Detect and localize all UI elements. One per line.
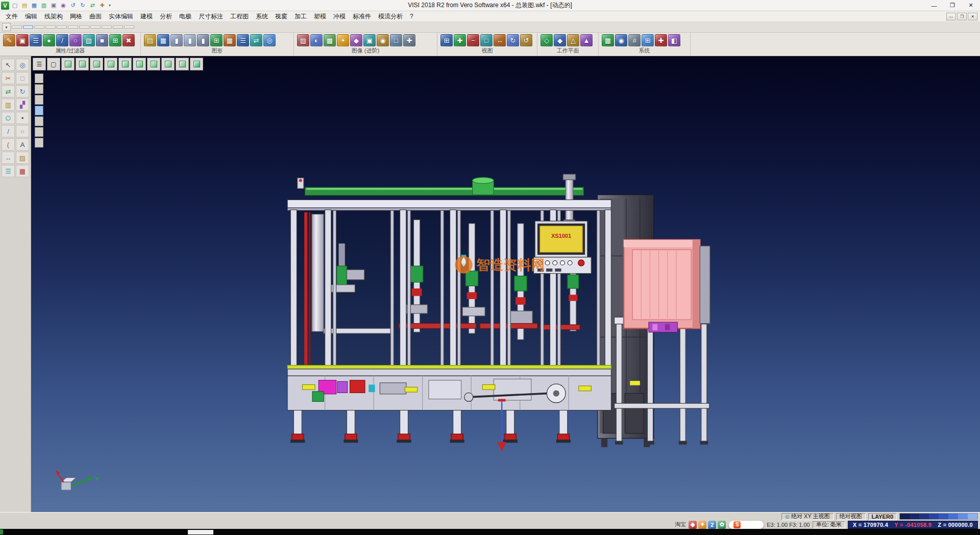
filter-clear-icon[interactable]: ✖ (122, 34, 135, 46)
ribbon-tab[interactable] (124, 26, 134, 29)
open-file-icon[interactable]: ▤ (20, 1, 29, 10)
bottom-view-icon[interactable] (147, 58, 160, 70)
menu-item[interactable]: ? (406, 12, 417, 21)
color-swatch[interactable] (919, 514, 929, 519)
menu-item[interactable]: 标准件 (349, 11, 375, 22)
menu-item[interactable]: 加工 (291, 11, 310, 22)
menu-item[interactable]: 视窗 (272, 11, 291, 22)
undo-icon[interactable]: ↺ (68, 1, 78, 10)
taskbar-app-sliver[interactable] (188, 530, 213, 534)
quick-slot-6[interactable] (35, 127, 43, 137)
child-restore-button[interactable]: ❐ (957, 13, 967, 20)
refresh-icon[interactable]: ⇄ (88, 1, 97, 10)
filter-surface-icon[interactable]: ▧ (83, 34, 95, 46)
quick-slot-7[interactable] (35, 138, 43, 148)
tray-label[interactable]: 淘宝 (675, 521, 686, 528)
menu-item[interactable]: 线架构 (41, 11, 66, 22)
attr-layer-icon[interactable]: ☰ (30, 34, 42, 46)
menu-item[interactable]: 网格 (66, 11, 86, 22)
iso-view-icon[interactable] (61, 58, 75, 70)
redo-icon[interactable]: ↻ (78, 1, 87, 10)
graphic-save-icon[interactable]: ▦ (157, 34, 169, 46)
zoom-window-icon[interactable]: □ (480, 34, 493, 46)
quick-slot-3[interactable] (35, 95, 43, 105)
ribbon-tab[interactable] (23, 26, 33, 29)
tray-icon-blue[interactable]: 2 (708, 521, 716, 529)
sys-palette-icon[interactable]: ▦ (602, 34, 614, 46)
right-view-icon[interactable] (118, 58, 132, 70)
ribbon-tab[interactable] (34, 26, 44, 29)
tray-icon-red[interactable]: ◆ (689, 521, 697, 529)
zoom-fit-icon[interactable]: ⊞ (440, 34, 453, 46)
menu-item[interactable]: 系统 (252, 11, 272, 22)
color-swatch[interactable] (929, 514, 939, 519)
attr-pen-icon[interactable]: ✎ (3, 34, 15, 46)
snapshot-icon[interactable]: ▣ (363, 34, 376, 46)
new-file-icon[interactable]: ▢ (10, 1, 19, 10)
material-icon[interactable]: ◆ (350, 34, 362, 46)
view-menu-icon[interactable]: ☰ (33, 58, 46, 70)
ribbon-tab[interactable] (113, 26, 123, 29)
tray-icon-green[interactable]: ✿ (718, 521, 726, 529)
move-icon[interactable]: ⇄ (2, 85, 15, 98)
render-settings-icon[interactable]: ✚ (403, 34, 415, 46)
measure-icon[interactable]: ∅ (2, 112, 15, 124)
color-swatch[interactable] (968, 514, 977, 519)
graphic-link-icon[interactable]: ⇄ (250, 34, 262, 46)
graphic-list-icon[interactable]: ☰ (237, 34, 249, 46)
menu-item[interactable]: 建模 (137, 11, 156, 22)
options-icon[interactable]: ✚ (97, 1, 107, 10)
graphic-cylinder-icon-3[interactable]: ▮ (197, 34, 209, 46)
redraw-icon[interactable]: ↺ (520, 34, 532, 46)
quick-slot-1[interactable] (35, 74, 43, 83)
maximize-button[interactable]: ❐ (943, 0, 962, 11)
graphic-open-icon[interactable]: ▤ (144, 34, 156, 46)
zoom-out-icon[interactable]: − (467, 34, 479, 46)
viewport[interactable]: XS1001 (31, 56, 980, 512)
left-view-icon[interactable] (104, 58, 117, 70)
menu-item[interactable]: 塑模 (310, 11, 330, 22)
ribbon-tab[interactable] (12, 26, 22, 29)
workplane-custom-icon[interactable]: ▲ (580, 34, 593, 46)
sys-globe-icon[interactable]: ◉ (615, 34, 627, 46)
back-view-icon[interactable] (90, 58, 103, 70)
menu-item[interactable]: 冲模 (330, 11, 349, 22)
front-view-icon[interactable] (76, 58, 89, 70)
quick-slot-5[interactable] (35, 116, 43, 126)
copy-icon[interactable]: ▥ (2, 99, 15, 111)
preview-icon[interactable]: □ (390, 34, 402, 46)
select-icon[interactable]: ↖ (2, 59, 15, 71)
graphic-cylinder-icon-2[interactable]: ▮ (184, 34, 196, 46)
ribbon-tab[interactable] (45, 26, 56, 29)
layers-icon[interactable]: ☰ (2, 165, 15, 177)
dimension-icon[interactable]: ↔ (2, 152, 15, 164)
menu-item[interactable]: 模流分析 (375, 11, 406, 22)
tray-icon-flame[interactable]: ✦ (698, 521, 706, 529)
palette-icon[interactable]: ▦ (16, 165, 29, 177)
taskbar-start-sliver[interactable] (0, 529, 3, 534)
save-all-icon[interactable]: ▥ (39, 1, 48, 10)
mirror-icon[interactable]: ▞ (16, 99, 29, 111)
zoom-in-icon[interactable]: ✚ (454, 34, 466, 46)
layer-indicator[interactable]: LAYER0 (868, 513, 897, 520)
sys-grid-icon[interactable]: ⊞ (642, 34, 654, 46)
menu-item[interactable]: 尺寸标注 (195, 11, 227, 22)
shaded-view-icon[interactable] (190, 58, 203, 70)
line-icon[interactable]: / (2, 125, 15, 137)
render-icon[interactable]: ▨ (297, 34, 309, 46)
sys-snap-icon[interactable]: # (628, 34, 641, 46)
menu-item[interactable]: 工程图 (227, 11, 252, 22)
erase-icon[interactable]: □ (16, 72, 29, 84)
save-icon[interactable]: ▦ (30, 1, 39, 10)
rotate-icon[interactable]: ↻ (16, 85, 29, 98)
child-minimize-button[interactable]: — (946, 13, 956, 20)
workplane-indicator[interactable]: ◎ 绝对 XY 主视图 (781, 513, 833, 520)
circle-icon[interactable]: ○ (16, 125, 29, 137)
menu-item[interactable]: 电极 (176, 11, 195, 22)
ribbon-tab[interactable] (102, 26, 112, 29)
color-swatch[interactable] (958, 514, 968, 519)
sogou-logo-icon[interactable]: S (733, 521, 741, 528)
units-indicator[interactable]: 单位: 毫米 (813, 521, 845, 528)
graphic-table-icon[interactable]: ▦ (224, 34, 236, 46)
workplane-normal-icon[interactable]: △ (567, 34, 579, 46)
